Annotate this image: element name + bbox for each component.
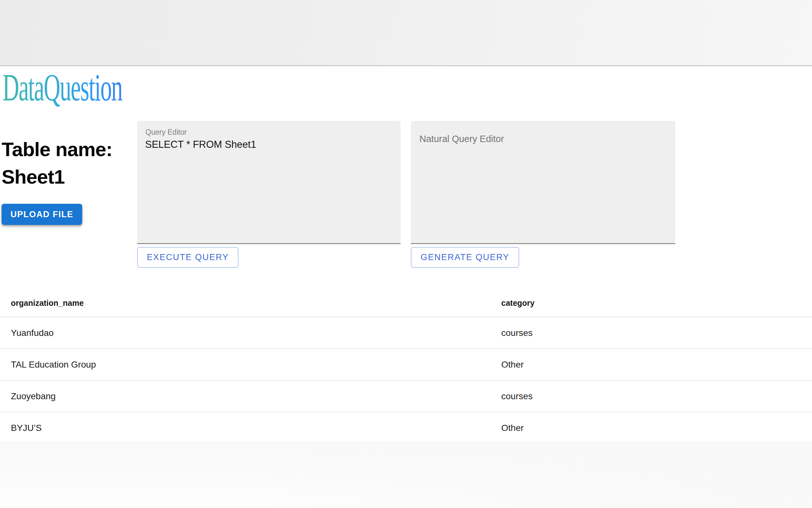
cell-organization_name: Yuanfudao <box>0 328 501 338</box>
cell-category: courses <box>501 391 812 401</box>
query-editor-value: SELECT * FROM Sheet1 <box>145 139 256 151</box>
query-editor-label: Query Editor <box>145 128 187 137</box>
top-banner <box>0 0 812 66</box>
generate-query-button[interactable]: GENERATE QUERY <box>411 247 519 268</box>
table-row: BYJU’SOther <box>0 412 812 444</box>
natural-query-input[interactable]: Natural Query Editor <box>411 121 675 244</box>
cell-category: courses <box>501 328 812 338</box>
cell-organization_name: Zuoyebang <box>0 391 501 401</box>
column-header-organization-name: organization_name <box>0 298 501 308</box>
sql-query-input[interactable]: Query Editor SELECT * FROM Sheet1 <box>137 121 400 244</box>
table-name-heading: Table name: Sheet1 <box>2 136 139 190</box>
results-table: organization_name category Yuanfudaocour… <box>0 290 812 444</box>
table-row: Zuoyebangcourses <box>0 381 812 412</box>
natural-query-placeholder: Natural Query Editor <box>419 134 504 144</box>
table-row: Yuanfudaocourses <box>0 318 812 349</box>
cell-category: Other <box>501 423 812 433</box>
cell-organization_name: TAL Education Group <box>0 359 501 370</box>
execute-query-button[interactable]: EXECUTE QUERY <box>137 247 238 268</box>
footer-background <box>0 441 812 508</box>
results-table-rows: YuanfudaocoursesTAL Education GroupOther… <box>0 318 812 444</box>
cell-organization_name: BYJU’S <box>0 423 501 433</box>
cell-category: Other <box>501 359 812 370</box>
upload-file-button[interactable]: UPLOAD FILE <box>2 204 82 225</box>
table-row: TAL Education GroupOther <box>0 349 812 381</box>
column-header-category: category <box>501 298 812 308</box>
results-table-header: organization_name category <box>0 290 812 318</box>
app-logo: DataQuestion <box>3 67 122 109</box>
